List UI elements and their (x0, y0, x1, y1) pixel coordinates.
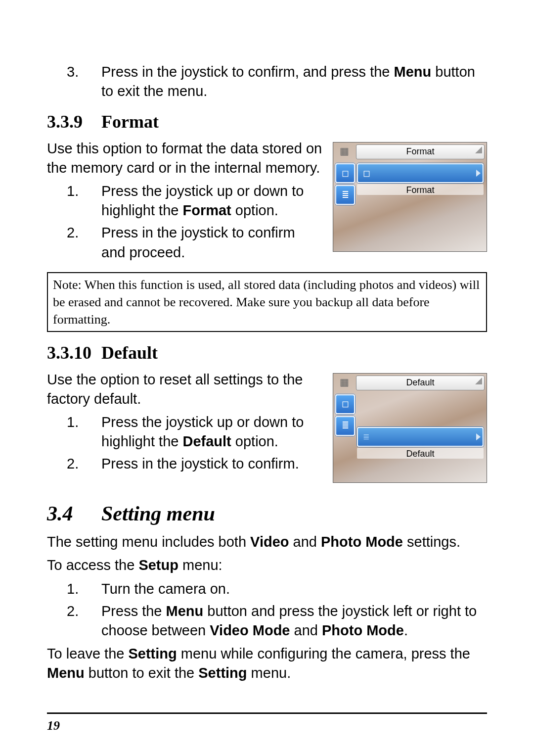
heading-default: 3.3.10Default (47, 341, 487, 365)
menu-label: Format (357, 184, 484, 195)
tab-icon (335, 416, 355, 436)
step-number: 2. (67, 602, 101, 640)
heading-setting-menu: 3.4Setting menu (47, 500, 487, 528)
tab-icon (335, 394, 355, 414)
paragraph: To leave the Setting menu while configur… (47, 644, 487, 683)
step-item: 1. Press the joystick up or down to high… (67, 413, 323, 451)
footer-rule (47, 712, 487, 714)
screenshot-format: Format Format (333, 142, 487, 252)
step-number: 2. (67, 223, 101, 262)
step-text: Press the joystick up or down to highlig… (101, 413, 323, 451)
page-number: 19 (47, 717, 487, 734)
paragraph: The setting menu includes both Video and… (47, 532, 487, 552)
menu-row (357, 163, 484, 183)
tab-icon (335, 185, 355, 205)
paragraph: To access the Setup menu: (47, 556, 487, 575)
camera-ui: Default Default (333, 373, 487, 483)
step-number: 1. (67, 182, 101, 220)
menu-row (357, 427, 484, 447)
camera-title: Format (356, 144, 485, 159)
note-box: Note: When this function is used, all st… (47, 272, 487, 332)
grid-icon (335, 144, 353, 158)
list-icon (363, 431, 372, 442)
step-item: 1. Press the joystick up or down to high… (67, 182, 323, 220)
step-number: 1. (67, 579, 101, 599)
heading-format: 3.3.9Format (47, 110, 487, 134)
step-item: 2. Press in the joystick to confirm. (67, 454, 323, 473)
step-number: 1. (67, 413, 101, 451)
step-item: 2. Press the Menu button and press the j… (67, 602, 487, 640)
step-text: Press in the joystick to confirm. (101, 454, 323, 473)
step-item: 2. Press in the joystick to confirm and … (67, 223, 323, 262)
step-item: 1. Turn the camera on. (67, 579, 487, 599)
screenshot-default: Default Default (333, 373, 487, 483)
step-text: Turn the camera on. (101, 579, 487, 599)
step-number: 3. (67, 62, 101, 101)
step-item: 3. Press in the joystick to confirm, and… (67, 62, 487, 101)
camera-ui: Format Format (333, 142, 487, 252)
step-text: Press the Menu button and press the joys… (101, 602, 487, 640)
grid-icon (335, 376, 353, 389)
menu-label: Default (357, 448, 484, 459)
step-text: Press the joystick up or down to highlig… (101, 182, 323, 220)
step-text: Press in the joystick to confirm, and pr… (101, 62, 487, 101)
tab-icon (335, 163, 355, 183)
step-text: Press in the joystick to confirm and pro… (101, 223, 323, 262)
step-number: 2. (67, 454, 101, 473)
manual-page: 3. Press in the joystick to confirm, and… (0, 0, 534, 756)
folder-icon (363, 167, 370, 179)
camera-title: Default (356, 376, 485, 390)
